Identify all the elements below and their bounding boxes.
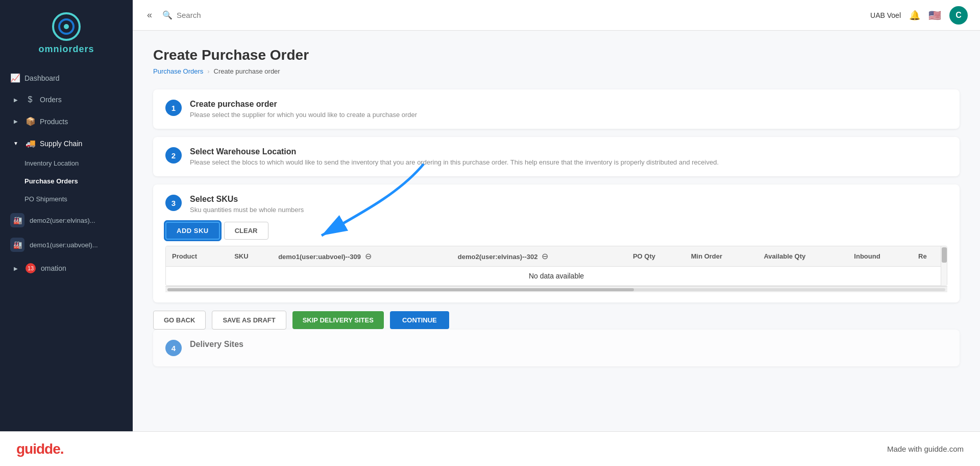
remove-demo1-button[interactable]: ⊖ — [363, 251, 374, 261]
sidebar-item-inventory-location[interactable]: Inventory Location — [0, 154, 133, 172]
step-2-desc: Please select the blocs to which would l… — [190, 158, 947, 166]
step-3-number: 3 — [165, 195, 182, 211]
clear-button[interactable]: CLEAR — [224, 222, 268, 240]
supply-chain-expand-icon: ▼ — [11, 141, 20, 146]
sidebar-item-supply-chain[interactable]: ▼ 🚚 Supply Chain — [0, 132, 133, 154]
sidebar-item-label: Supply Chain — [40, 139, 82, 148]
user-avatar[interactable]: C — [949, 6, 968, 25]
step-2-card: 2 Select Warehouse Location Please selec… — [153, 137, 960, 176]
step-3-title: Select SKUs — [190, 195, 947, 204]
step-1-card: 1 Create purchase order Please select th… — [153, 89, 960, 129]
sidebar-sub-label: PO Shipments — [24, 195, 67, 203]
orders-icon: $ — [26, 95, 35, 104]
step-4-content: Delivery Sites — [190, 340, 947, 351]
step-4-title: Delivery Sites — [190, 340, 947, 349]
step-3-actions: ADD SKU CLEAR — [165, 222, 947, 240]
col-product: Product — [166, 246, 228, 267]
bottom-actions: GO BACK SAVE AS DRAFT SKIP DELIVERY SITE… — [153, 311, 960, 330]
step-2-number: 2 — [165, 147, 182, 164]
dashboard-icon: 📈 — [10, 73, 19, 83]
topbar-right: UAB Voel 🔔 🇺🇸 C — [870, 6, 968, 25]
step-2-content: Select Warehouse Location Please select … — [190, 147, 947, 166]
sidebar-item-label: Orders — [40, 96, 62, 104]
step-2-title: Select Warehouse Location — [190, 147, 947, 156]
add-sku-button[interactable]: ADD SKU — [165, 222, 220, 240]
table-empty-row: No data available — [166, 267, 947, 286]
orders-expand-icon: ▶ — [11, 97, 20, 103]
search-input[interactable] — [177, 11, 330, 19]
footer: guidde. Made with guidde.com — [0, 431, 980, 466]
col-po-qty: PO Qty — [627, 246, 685, 267]
sidebar-item-demo1[interactable]: 🏭 demo1(user:uabvoel)... — [0, 232, 133, 257]
language-flag[interactable]: 🇺🇸 — [928, 9, 941, 21]
skip-delivery-button[interactable]: SKIP DELIVERY SITES — [292, 311, 384, 329]
sidebar-item-label: Products — [40, 118, 68, 126]
sku-table-wrapper: Product SKU demo1(user:uabvoel)--309 ⊖ d… — [165, 246, 947, 286]
sidebar-logo: omniorders — [0, 0, 133, 63]
step-3-card: 3 Select SKUs Sku quantities must be who… — [153, 184, 960, 302]
page-content: Create Purchase Order Purchase Orders › … — [133, 31, 980, 431]
scrollbar-thumb — [167, 288, 634, 291]
table-header-row: Product SKU demo1(user:uabvoel)--309 ⊖ d… — [166, 246, 947, 267]
notification-icon[interactable]: 🔔 — [909, 10, 920, 21]
products-icon: 📦 — [26, 116, 35, 126]
collapse-button[interactable]: « — [145, 8, 154, 22]
scrollbar-track — [167, 288, 945, 291]
search-container: 🔍 — [162, 10, 862, 20]
sidebar: omniorders 📈 Dashboard ▶ $ Orders ▶ 📦 Pr… — [0, 0, 133, 431]
org-name: UAB Voel — [870, 11, 901, 19]
logo-icon — [52, 12, 81, 41]
go-back-button[interactable]: GO BACK — [153, 311, 206, 330]
sidebar-item-purchase-orders[interactable]: Purchase Orders — [0, 172, 133, 190]
warehouse-label: demo1(user:uabvoel)... — [30, 241, 98, 249]
no-data-message: No data available — [166, 267, 947, 286]
main-area: « 🔍 UAB Voel 🔔 🇺🇸 C Create Purchase Orde… — [133, 0, 980, 431]
warehouse-label: demo2(user:elvinas)... — [30, 217, 95, 224]
automation-badge: 13 — [26, 263, 36, 273]
sku-table: Product SKU demo1(user:uabvoel)--309 ⊖ d… — [166, 246, 947, 286]
step-3-desc: Sku quantities must be whole numbers — [190, 206, 947, 214]
sidebar-item-po-shipments[interactable]: PO Shipments — [0, 190, 133, 208]
automation-expand-icon: ▶ — [11, 266, 20, 271]
step-1-title: Create purchase order — [190, 100, 947, 109]
sidebar-item-orders[interactable]: ▶ $ Orders — [0, 89, 133, 110]
sidebar-sub-label: Inventory Location — [24, 159, 79, 167]
col-available-qty: Available Qty — [757, 246, 848, 267]
step-1-desc: Please select the supplier for which you… — [190, 111, 947, 119]
step-1-number: 1 — [165, 100, 182, 116]
horizontal-scrollbar[interactable] — [165, 286, 947, 292]
products-expand-icon: ▶ — [11, 119, 20, 124]
sidebar-item-products[interactable]: ▶ 📦 Products — [0, 110, 133, 132]
sidebar-item-automation[interactable]: ▶ 13 omation — [0, 257, 133, 279]
col-sku: SKU — [228, 246, 272, 267]
step-4-number: 4 — [165, 340, 182, 356]
breadcrumb-current: Create purchase order — [214, 67, 280, 75]
footer-brand: guidde. — [16, 441, 64, 457]
continue-button[interactable]: CONTINUE — [390, 311, 449, 329]
logo-text: omniorders — [38, 44, 94, 55]
save-draft-button[interactable]: SAVE AS DRAFT — [212, 311, 286, 330]
page-title: Create Purchase Order — [153, 47, 960, 63]
step-3-header: 3 Select SKUs Sku quantities must be who… — [165, 195, 947, 214]
warehouse-icon: 🏭 — [10, 238, 24, 252]
footer-text: Made with guidde.com — [887, 445, 964, 453]
col-min-order: Min Order — [685, 246, 758, 267]
sidebar-item-demo2[interactable]: 🏭 demo2(user:elvinas)... — [0, 208, 133, 232]
sidebar-sub-label: Purchase Orders — [24, 177, 78, 185]
col-demo1: demo1(user:uabvoel)--309 ⊖ — [272, 246, 452, 267]
vertical-scrollbar[interactable] — [941, 246, 947, 286]
col-inbound: Inbound — [848, 246, 912, 267]
search-icon: 🔍 — [162, 10, 173, 20]
remove-demo2-button[interactable]: ⊖ — [540, 251, 550, 261]
breadcrumb: Purchase Orders › Create purchase order — [153, 67, 960, 75]
step-3-content: Select SKUs Sku quantities must be whole… — [190, 195, 947, 214]
sidebar-item-label: Dashboard — [24, 74, 60, 82]
step-1-content: Create purchase order Please select the … — [190, 100, 947, 119]
topbar: « 🔍 UAB Voel 🔔 🇺🇸 C — [133, 0, 980, 31]
warehouse-icon: 🏭 — [10, 213, 24, 227]
breadcrumb-parent[interactable]: Purchase Orders — [153, 67, 203, 75]
breadcrumb-separator: › — [207, 67, 209, 75]
sidebar-item-label: omation — [41, 264, 66, 272]
supply-chain-icon: 🚚 — [26, 138, 35, 148]
sidebar-item-dashboard[interactable]: 📈 Dashboard — [0, 67, 133, 89]
